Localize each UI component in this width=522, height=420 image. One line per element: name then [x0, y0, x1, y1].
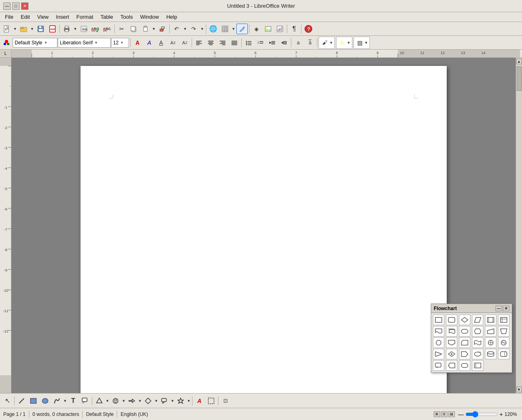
block-arrows-dropdown[interactable]: ▼: [138, 396, 142, 406]
menu-format[interactable]: Format: [73, 13, 96, 21]
highlighting-dropdown[interactable]: ▼: [329, 37, 333, 48]
win-minimize[interactable]: —: [3, 2, 11, 10]
font-color-dropdown[interactable]: ▼: [347, 37, 351, 48]
char-format-button[interactable]: a: [293, 37, 304, 48]
fc-rounded[interactable]: [459, 360, 470, 371]
fc-preparation[interactable]: [472, 326, 483, 337]
fc-or[interactable]: [498, 337, 509, 348]
win-restore[interactable]: □: [12, 2, 20, 10]
fc-data[interactable]: [472, 315, 483, 325]
fc-direct-access[interactable]: [498, 349, 509, 359]
win-close[interactable]: ✕: [21, 2, 28, 10]
cut-button[interactable]: ✂: [116, 24, 127, 34]
flowchart-pin-button[interactable]: —: [496, 306, 502, 311]
document-content[interactable]: [110, 95, 417, 393]
menu-tools[interactable]: Tools: [117, 13, 136, 21]
unordered-list-button[interactable]: [243, 37, 254, 48]
zoom-plus[interactable]: +: [500, 411, 503, 418]
ordered-list-button[interactable]: 1.2.: [255, 37, 266, 48]
char-shading-button[interactable]: ▨: [355, 37, 364, 48]
basic-shapes-dropdown[interactable]: ▼: [105, 396, 109, 406]
fc-manual-op[interactable]: [498, 326, 509, 337]
paste-button[interactable]: [140, 24, 151, 34]
scroll-down-button[interactable]: ▼: [516, 387, 522, 392]
new-button[interactable]: [1, 24, 12, 34]
view-web-button[interactable]: ⊡: [441, 411, 448, 417]
print-dropdown[interactable]: ▼: [73, 24, 78, 34]
export-pdf-button[interactable]: PDF: [47, 24, 58, 34]
insert-chart-button[interactable]: [274, 24, 286, 34]
callouts-dropdown[interactable]: ▼: [170, 396, 175, 406]
superscript-button[interactable]: A2: [167, 37, 179, 48]
scroll-up-button[interactable]: ▲: [516, 59, 522, 64]
format-paint-button[interactable]: [157, 24, 168, 34]
underline-button[interactable]: A: [155, 37, 167, 48]
new-dropdown[interactable]: ▼: [13, 24, 17, 34]
zoom-range[interactable]: [465, 412, 498, 416]
undo-dropdown[interactable]: ▼: [183, 24, 188, 34]
fc-delay[interactable]: [459, 349, 470, 359]
rect-tool[interactable]: [28, 396, 39, 406]
ellipse-tool[interactable]: [39, 396, 51, 406]
scroll-thumb[interactable]: [517, 66, 522, 91]
lock-guides-button[interactable]: ⊡: [220, 396, 231, 406]
zoom-slider[interactable]: — + 120%: [458, 411, 519, 418]
stars-tool[interactable]: [175, 396, 186, 406]
insert-frame-tool[interactable]: [205, 396, 217, 406]
fc-sequential[interactable]: [472, 349, 483, 359]
toggle-edit-button[interactable]: RBC: [78, 24, 90, 34]
increase-indent-button[interactable]: [278, 37, 290, 48]
symbol-shapes-tool[interactable]: [110, 396, 121, 406]
flowchart-tool[interactable]: [142, 396, 154, 406]
justify-button[interactable]: [229, 37, 240, 48]
menu-view[interactable]: View: [34, 13, 52, 21]
redo-button[interactable]: ↷: [188, 24, 199, 34]
navigator-button[interactable]: ◈: [251, 24, 262, 34]
fc-multidoc[interactable]: [446, 326, 457, 337]
fc-start2[interactable]: [446, 349, 457, 359]
hyperlink-button[interactable]: 🌐: [207, 24, 219, 34]
menu-insert[interactable]: Insert: [52, 13, 72, 21]
paste-dropdown[interactable]: ▼: [151, 24, 156, 34]
menu-table[interactable]: Table: [97, 13, 116, 21]
char-shading-dropdown[interactable]: ▼: [364, 37, 368, 48]
fc-callout[interactable]: [433, 360, 444, 371]
font-size-selector[interactable]: 12 ▼: [111, 38, 129, 48]
fc-magnetic-disk[interactable]: [485, 349, 496, 359]
vertical-scrollbar[interactable]: ▲ ▼: [515, 58, 522, 393]
fc-striped-rect[interactable]: [472, 360, 483, 371]
fc-card[interactable]: [459, 337, 470, 348]
spellcheck-button[interactable]: ABC: [90, 24, 101, 34]
block-arrows-tool[interactable]: [126, 396, 138, 406]
align-center-button[interactable]: [205, 37, 216, 48]
fc-predefined[interactable]: [485, 315, 496, 325]
font-name-selector[interactable]: Liberation Serif ▼: [58, 38, 111, 48]
fc-terminator[interactable]: [459, 326, 470, 337]
table-dropdown[interactable]: ▼: [231, 24, 236, 34]
decrease-indent-button[interactable]: [266, 37, 278, 48]
undo-button[interactable]: ↶: [171, 24, 182, 34]
fc-sumjunction[interactable]: [485, 337, 496, 348]
help-button[interactable]: ?: [303, 24, 314, 34]
table-button[interactable]: [219, 24, 231, 34]
align-right-button[interactable]: [217, 37, 228, 48]
save-button[interactable]: [35, 24, 46, 34]
fc-document[interactable]: [433, 326, 444, 337]
select-tool[interactable]: ↖: [2, 396, 13, 406]
symbol-shapes-dropdown[interactable]: ▼: [122, 396, 126, 406]
menu-help[interactable]: Help: [163, 13, 181, 21]
fc-process2[interactable]: [446, 315, 457, 325]
text-tool[interactable]: T: [68, 396, 79, 406]
freeform-tool[interactable]: [51, 396, 63, 406]
menu-window[interactable]: Window: [137, 13, 162, 21]
view-online-button[interactable]: ▤: [448, 411, 455, 417]
style-color-button[interactable]: [1, 37, 12, 48]
callout-tool[interactable]: [79, 396, 91, 406]
fc-start1[interactable]: [433, 349, 444, 359]
fc-manual-input[interactable]: [485, 326, 496, 337]
fontwork-tool[interactable]: A: [194, 396, 205, 406]
highlighting-button[interactable]: 🖌: [320, 37, 329, 48]
subscript-button[interactable]: A2: [179, 37, 190, 48]
font-color-button[interactable]: A: [338, 37, 347, 48]
zoom-minus[interactable]: —: [458, 411, 464, 418]
